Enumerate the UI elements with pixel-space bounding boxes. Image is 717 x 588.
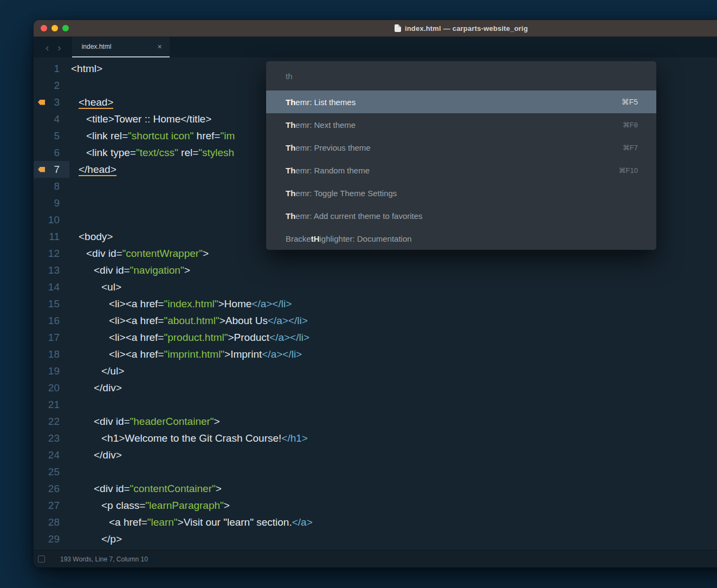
gutter-line[interactable]: 1 xyxy=(34,60,69,77)
code-line[interactable]: <div id="headerContainer"> xyxy=(71,413,717,430)
code-token: "about.html" xyxy=(164,315,219,326)
gutter-line[interactable]: 10 xyxy=(34,211,69,228)
code-line[interactable]: </ul> xyxy=(71,363,717,379)
line-number: 13 xyxy=(48,264,60,276)
code-line[interactable]: <li><a href="product.html">Product</a></… xyxy=(71,329,717,346)
code-token: > xyxy=(214,416,220,427)
code-token: </ul> xyxy=(101,365,124,377)
gutter-line[interactable]: 3 xyxy=(34,94,69,111)
gutter-line[interactable]: 23 xyxy=(34,430,69,447)
code-token: </h1> xyxy=(281,432,308,444)
code-line[interactable]: </div> xyxy=(71,447,717,463)
line-number: 23 xyxy=(48,432,60,444)
code-token: </a></li> xyxy=(269,332,309,343)
code-line[interactable] xyxy=(71,463,717,480)
gutter-line[interactable]: 28 xyxy=(34,514,69,531)
code-token: "contentWrapper" xyxy=(122,248,203,259)
code-line[interactable]: <a href="learn">Visit our "learn" sectio… xyxy=(71,514,717,531)
palette-search-input[interactable]: th xyxy=(266,61,656,91)
code-token: "learn" xyxy=(147,516,178,528)
gutter-line[interactable]: 21 xyxy=(34,396,69,413)
gutter-line[interactable]: 13 xyxy=(34,262,69,279)
gutter-line[interactable]: 18 xyxy=(34,346,69,363)
code-line[interactable]: <ul> xyxy=(71,279,717,295)
tab-close-icon[interactable]: × xyxy=(157,42,162,51)
line-number: 9 xyxy=(54,197,60,209)
line-number: 10 xyxy=(48,214,60,226)
code-token: </head> xyxy=(79,164,117,176)
palette-row[interactable]: BracketHighlighter: Documentation xyxy=(266,227,656,250)
gutter-line[interactable]: 9 xyxy=(34,195,69,211)
palette-row[interactable]: Themr: List themes⌘F5 xyxy=(266,91,656,113)
palette-row-shortcut: ⌘F10 xyxy=(619,166,638,175)
zoom-window-button[interactable] xyxy=(62,25,69,31)
app-window: index.html — carparts-website_orig ‹ › i… xyxy=(34,20,717,567)
titlebar[interactable]: index.html — carparts-website_orig xyxy=(34,20,717,37)
gutter-line[interactable]: 11 xyxy=(34,228,69,245)
palette-row-label: Themr: Next theme xyxy=(286,120,356,130)
palette-row[interactable]: Themr: Next theme⌘F8 xyxy=(266,113,656,136)
code-line[interactable]: <h1>Welcome to the Git Crash Course!</h1… xyxy=(71,430,717,447)
palette-query-text: th xyxy=(286,72,293,81)
code-line[interactable]: <li><a href="imprint.html">Imprint</a></… xyxy=(71,346,717,363)
minimize-window-button[interactable] xyxy=(51,25,58,31)
palette-row-shortcut: ⌘F8 xyxy=(623,121,638,129)
gutter-line[interactable]: 17 xyxy=(34,329,69,346)
gutter-line[interactable]: 20 xyxy=(34,379,69,396)
tab-index-html[interactable]: index.html × xyxy=(72,37,170,57)
palette-row[interactable]: Themr: Random theme⌘F10 xyxy=(266,159,656,182)
code-token: </a></li> xyxy=(268,315,308,326)
code-token: > xyxy=(216,483,222,494)
code-token: "imprint.html" xyxy=(164,348,224,360)
gutter-line[interactable]: 2 xyxy=(34,77,69,94)
line-number: 21 xyxy=(48,399,60,411)
nav-back-icon[interactable]: ‹ xyxy=(46,42,49,53)
gutter-line[interactable]: 14 xyxy=(34,279,69,295)
gutter-line[interactable]: 5 xyxy=(34,127,69,144)
code-line[interactable] xyxy=(71,396,717,413)
code-token: > xyxy=(184,264,190,276)
gutter-line[interactable]: 26 xyxy=(34,480,69,497)
gutter-line[interactable]: 16 xyxy=(34,312,69,329)
gutter-line[interactable]: 6 xyxy=(34,144,69,161)
gutter-line[interactable]: 25 xyxy=(34,463,69,480)
palette-row[interactable]: Themr: Add current theme to favorites xyxy=(266,204,656,227)
window-title: index.html — carparts-website_orig xyxy=(405,24,528,33)
gutter-line[interactable]: 15 xyxy=(34,295,69,312)
code-token: <head> xyxy=(79,96,113,109)
bookmark-icon xyxy=(38,100,45,105)
nav-forward-icon[interactable]: › xyxy=(57,42,61,53)
code-line[interactable]: <li><a href="about.html">About Us</a></l… xyxy=(71,312,717,329)
gutter-line[interactable]: 7 xyxy=(34,161,69,178)
line-number: 5 xyxy=(54,130,60,142)
gutter-line[interactable]: 4 xyxy=(34,111,69,127)
gutter-line[interactable]: 22 xyxy=(34,413,69,430)
code-line[interactable]: <p class="learnParagraph"> xyxy=(71,497,717,514)
gutter-line[interactable]: 24 xyxy=(34,447,69,463)
code-line[interactable]: </div> xyxy=(71,379,717,396)
gutter-line[interactable]: 29 xyxy=(34,531,69,547)
code-token: </p> xyxy=(101,533,122,545)
code-token: >Product xyxy=(228,332,269,343)
code-line[interactable]: <li><a href="index.html">Home</a></li> xyxy=(71,295,717,312)
code-line[interactable]: <div id="navigation"> xyxy=(71,262,717,279)
code-token: <ul> xyxy=(101,281,121,293)
close-window-button[interactable] xyxy=(41,25,47,31)
line-number: 2 xyxy=(54,80,60,92)
code-token: "stylesh xyxy=(198,147,234,158)
gutter-line[interactable]: 27 xyxy=(34,497,69,514)
line-number: 26 xyxy=(48,483,60,495)
line-number: 25 xyxy=(48,466,60,478)
code-token: <li><a href= xyxy=(109,315,164,326)
code-line[interactable]: </p> xyxy=(71,531,717,547)
code-line[interactable]: <div id="contentContainer"> xyxy=(71,480,717,497)
code-token: <div id= xyxy=(86,248,122,259)
line-number: 12 xyxy=(48,248,60,260)
gutter-line[interactable]: 19 xyxy=(34,363,69,379)
status-panel-icon[interactable] xyxy=(38,555,45,563)
gutter-line[interactable]: 8 xyxy=(34,178,69,195)
gutter-line[interactable]: 12 xyxy=(34,245,69,262)
palette-row[interactable]: Themr: Toggle Theme Settings xyxy=(266,182,656,204)
line-number: 7 xyxy=(54,164,60,176)
palette-row[interactable]: Themr: Previous theme⌘F7 xyxy=(266,136,656,159)
